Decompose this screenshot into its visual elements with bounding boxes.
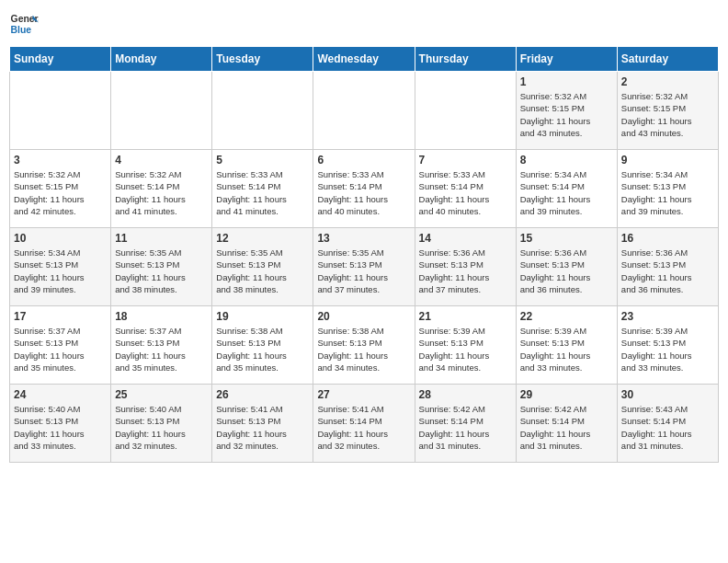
calendar-cell: 13Sunrise: 5:35 AM Sunset: 5:13 PM Dayli…: [313, 228, 415, 306]
calendar-cell: 9Sunrise: 5:34 AM Sunset: 5:13 PM Daylig…: [617, 150, 718, 228]
day-number: 10: [14, 232, 107, 245]
week-row-2: 10Sunrise: 5:34 AM Sunset: 5:13 PM Dayli…: [10, 228, 719, 306]
calendar-cell: 2Sunrise: 5:32 AM Sunset: 5:15 PM Daylig…: [617, 72, 718, 150]
day-number: 3: [14, 154, 107, 167]
calendar-cell: 4Sunrise: 5:32 AM Sunset: 5:14 PM Daylig…: [111, 150, 212, 228]
day-info: Sunrise: 5:41 AM Sunset: 5:14 PM Dayligh…: [317, 403, 410, 452]
calendar-cell: 11Sunrise: 5:35 AM Sunset: 5:13 PM Dayli…: [111, 228, 212, 306]
day-number: 6: [317, 154, 410, 167]
day-header-friday: Friday: [516, 47, 617, 72]
day-info: Sunrise: 5:35 AM Sunset: 5:13 PM Dayligh…: [216, 247, 309, 295]
calendar-cell: 18Sunrise: 5:37 AM Sunset: 5:13 PM Dayli…: [111, 306, 212, 385]
week-row-0: 1Sunrise: 5:32 AM Sunset: 5:15 PM Daylig…: [10, 72, 719, 150]
calendar-cell: 27Sunrise: 5:41 AM Sunset: 5:14 PM Dayli…: [313, 385, 415, 463]
day-header-saturday: Saturday: [617, 47, 718, 72]
calendar-cell: 19Sunrise: 5:38 AM Sunset: 5:13 PM Dayli…: [212, 306, 313, 385]
day-info: Sunrise: 5:39 AM Sunset: 5:13 PM Dayligh…: [621, 325, 714, 373]
calendar-cell: 16Sunrise: 5:36 AM Sunset: 5:13 PM Dayli…: [617, 228, 718, 306]
day-number: 1: [520, 75, 613, 88]
day-number: 17: [14, 310, 107, 323]
day-info: Sunrise: 5:40 AM Sunset: 5:13 PM Dayligh…: [115, 403, 208, 452]
calendar-cell: 3Sunrise: 5:32 AM Sunset: 5:15 PM Daylig…: [10, 150, 111, 228]
week-row-1: 3Sunrise: 5:32 AM Sunset: 5:15 PM Daylig…: [10, 150, 719, 228]
day-header-tuesday: Tuesday: [212, 47, 313, 72]
day-header-sunday: Sunday: [10, 47, 111, 72]
logo: General Blue: [9, 9, 39, 39]
day-number: 29: [520, 388, 613, 401]
day-info: Sunrise: 5:40 AM Sunset: 5:13 PM Dayligh…: [14, 403, 107, 452]
calendar-cell: 14Sunrise: 5:36 AM Sunset: 5:13 PM Dayli…: [415, 228, 516, 306]
day-header-monday: Monday: [111, 47, 212, 72]
day-info: Sunrise: 5:35 AM Sunset: 5:13 PM Dayligh…: [115, 247, 208, 295]
calendar-cell: [212, 72, 313, 150]
day-info: Sunrise: 5:41 AM Sunset: 5:13 PM Dayligh…: [216, 403, 309, 452]
day-number: 9: [621, 154, 714, 167]
calendar-cell: [415, 72, 516, 150]
day-number: 27: [317, 388, 410, 401]
day-number: 21: [419, 310, 512, 323]
day-info: Sunrise: 5:43 AM Sunset: 5:14 PM Dayligh…: [621, 403, 714, 452]
page-header: General Blue: [9, 9, 719, 39]
day-info: Sunrise: 5:33 AM Sunset: 5:14 PM Dayligh…: [317, 168, 410, 217]
day-number: 25: [115, 388, 208, 401]
calendar-cell: 28Sunrise: 5:42 AM Sunset: 5:14 PM Dayli…: [415, 385, 516, 463]
day-number: 13: [317, 232, 410, 245]
day-number: 20: [317, 310, 410, 323]
calendar-cell: 6Sunrise: 5:33 AM Sunset: 5:14 PM Daylig…: [313, 150, 415, 228]
calendar-cell: 8Sunrise: 5:34 AM Sunset: 5:14 PM Daylig…: [516, 150, 617, 228]
day-info: Sunrise: 5:33 AM Sunset: 5:14 PM Dayligh…: [419, 168, 512, 217]
day-info: Sunrise: 5:38 AM Sunset: 5:13 PM Dayligh…: [317, 325, 410, 373]
day-number: 15: [520, 232, 613, 245]
calendar-cell: 25Sunrise: 5:40 AM Sunset: 5:13 PM Dayli…: [111, 385, 212, 463]
calendar-cell: 15Sunrise: 5:36 AM Sunset: 5:13 PM Dayli…: [516, 228, 617, 306]
day-header-thursday: Thursday: [415, 47, 516, 72]
calendar-cell: 7Sunrise: 5:33 AM Sunset: 5:14 PM Daylig…: [415, 150, 516, 228]
day-number: 24: [14, 388, 107, 401]
calendar-cell: 10Sunrise: 5:34 AM Sunset: 5:13 PM Dayli…: [10, 228, 111, 306]
day-number: 22: [520, 310, 613, 323]
day-info: Sunrise: 5:34 AM Sunset: 5:13 PM Dayligh…: [621, 168, 714, 217]
day-info: Sunrise: 5:39 AM Sunset: 5:13 PM Dayligh…: [419, 325, 512, 373]
day-number: 14: [419, 232, 512, 245]
calendar-cell: 21Sunrise: 5:39 AM Sunset: 5:13 PM Dayli…: [415, 306, 516, 385]
calendar-table: SundayMondayTuesdayWednesdayThursdayFrid…: [9, 46, 719, 463]
calendar-cell: 12Sunrise: 5:35 AM Sunset: 5:13 PM Dayli…: [212, 228, 313, 306]
calendar-cell: 5Sunrise: 5:33 AM Sunset: 5:14 PM Daylig…: [212, 150, 313, 228]
day-info: Sunrise: 5:36 AM Sunset: 5:13 PM Dayligh…: [419, 247, 512, 295]
day-info: Sunrise: 5:34 AM Sunset: 5:14 PM Dayligh…: [520, 168, 613, 217]
day-info: Sunrise: 5:35 AM Sunset: 5:13 PM Dayligh…: [317, 247, 410, 295]
calendar-cell: [313, 72, 415, 150]
day-info: Sunrise: 5:37 AM Sunset: 5:13 PM Dayligh…: [14, 325, 107, 373]
day-info: Sunrise: 5:32 AM Sunset: 5:14 PM Dayligh…: [115, 168, 208, 217]
calendar-cell: 20Sunrise: 5:38 AM Sunset: 5:13 PM Dayli…: [313, 306, 415, 385]
calendar-body: 1Sunrise: 5:32 AM Sunset: 5:15 PM Daylig…: [10, 72, 719, 463]
day-info: Sunrise: 5:32 AM Sunset: 5:15 PM Dayligh…: [14, 168, 107, 217]
day-number: 7: [419, 154, 512, 167]
day-info: Sunrise: 5:32 AM Sunset: 5:15 PM Dayligh…: [621, 90, 714, 139]
day-info: Sunrise: 5:37 AM Sunset: 5:13 PM Dayligh…: [115, 325, 208, 373]
day-number: 12: [216, 232, 309, 245]
calendar-header-row: SundayMondayTuesdayWednesdayThursdayFrid…: [10, 47, 719, 72]
day-number: 2: [621, 75, 714, 88]
calendar-cell: [111, 72, 212, 150]
week-row-3: 17Sunrise: 5:37 AM Sunset: 5:13 PM Dayli…: [10, 306, 719, 385]
day-number: 5: [216, 154, 309, 167]
day-number: 11: [115, 232, 208, 245]
calendar-cell: 23Sunrise: 5:39 AM Sunset: 5:13 PM Dayli…: [617, 306, 718, 385]
day-number: 18: [115, 310, 208, 323]
week-row-4: 24Sunrise: 5:40 AM Sunset: 5:13 PM Dayli…: [10, 385, 719, 463]
svg-text:Blue: Blue: [11, 25, 32, 35]
calendar-cell: 30Sunrise: 5:43 AM Sunset: 5:14 PM Dayli…: [617, 385, 718, 463]
day-number: 19: [216, 310, 309, 323]
calendar-cell: 24Sunrise: 5:40 AM Sunset: 5:13 PM Dayli…: [10, 385, 111, 463]
day-info: Sunrise: 5:39 AM Sunset: 5:13 PM Dayligh…: [520, 325, 613, 373]
calendar-cell: [10, 72, 111, 150]
calendar-cell: 1Sunrise: 5:32 AM Sunset: 5:15 PM Daylig…: [516, 72, 617, 150]
day-number: 23: [621, 310, 714, 323]
day-info: Sunrise: 5:32 AM Sunset: 5:15 PM Dayligh…: [520, 90, 613, 139]
day-number: 8: [520, 154, 613, 167]
day-header-wednesday: Wednesday: [313, 47, 415, 72]
logo-icon: General Blue: [9, 9, 39, 39]
day-info: Sunrise: 5:33 AM Sunset: 5:14 PM Dayligh…: [216, 168, 309, 217]
calendar-cell: 29Sunrise: 5:42 AM Sunset: 5:14 PM Dayli…: [516, 385, 617, 463]
